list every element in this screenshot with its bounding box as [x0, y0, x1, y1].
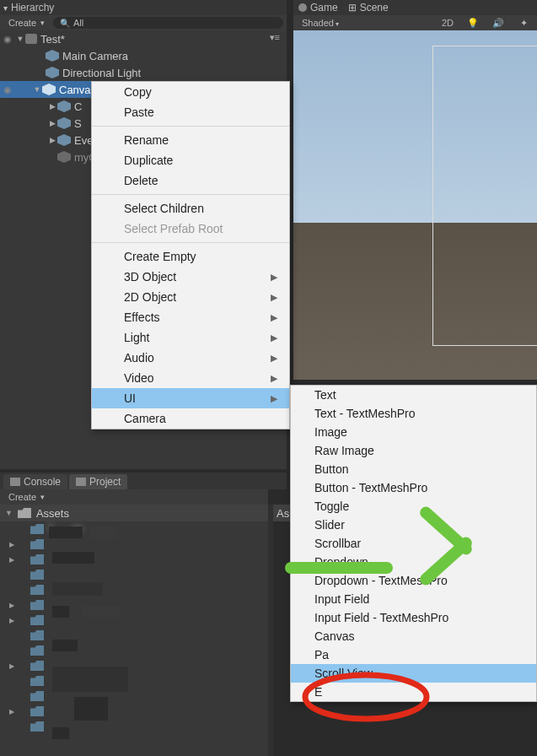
expand-icon[interactable]: ▼ — [32, 85, 42, 94]
menu-item-2d-object[interactable]: 2D Object▶ — [92, 287, 289, 307]
submenu-item-scrollbar[interactable]: Scrollbar — [291, 534, 536, 553]
chevron-right-icon: ▶ — [271, 393, 277, 404]
chevron-right-icon: ▶ — [271, 373, 277, 384]
menu-item-duplicate[interactable]: Duplicate — [92, 150, 289, 170]
visibility-icon[interactable]: ◉ — [0, 34, 15, 45]
visibility-icon[interactable]: ◉ — [0, 84, 15, 95]
submenu-item-toggle[interactable]: Toggle — [291, 497, 536, 516]
submenu-item-text-tmp[interactable]: Text - TextMeshPro — [291, 404, 536, 423]
expand-icon[interactable]: ▶ — [47, 119, 57, 127]
menu-item-camera[interactable]: Camera — [92, 408, 289, 429]
menu-item-select-children[interactable]: Select Children — [92, 198, 289, 219]
hierarchy-item-directional-light[interactable]: Directional Light — [0, 64, 287, 81]
chevron-right-icon: ▶ — [271, 332, 277, 343]
submenu-item-event-system[interactable]: E — [291, 683, 536, 701]
submenu-item-button-tmp[interactable]: Button - TextMeshPro — [291, 478, 536, 497]
gameobject-icon — [57, 151, 71, 163]
item-label: C — [74, 100, 82, 113]
split-handle[interactable] — [268, 505, 273, 756]
hierarchy-context-menu: Copy Paste Rename Duplicate Delete Selec… — [91, 81, 290, 429]
submenu-item-raw-image[interactable]: Raw Image — [291, 441, 536, 460]
chevron-right-icon: ▶ — [271, 353, 277, 364]
game-icon — [298, 3, 307, 12]
hierarchy-create-button[interactable]: Create — [3, 18, 50, 28]
submenu-item-text[interactable]: Text — [291, 386, 536, 404]
submenu-item-scroll-view[interactable]: Scroll View — [291, 664, 536, 683]
submenu-item-input-field-tmp[interactable]: Input Field - TextMeshPro — [291, 608, 536, 627]
hierarchy-toolbar: Create 🔍 All — [0, 15, 287, 30]
tab-project[interactable]: Project — [69, 474, 127, 489]
submenu-item-canvas[interactable]: Canvas — [291, 627, 536, 645]
menu-item-create-empty[interactable]: Create Empty — [92, 246, 289, 267]
menu-item-copy[interactable]: Copy — [92, 82, 289, 102]
menu-item-ui[interactable]: UI▶ — [92, 388, 289, 408]
expand-icon[interactable]: ▼ — [15, 35, 25, 43]
tab-game-label: Game — [310, 2, 338, 14]
scene-root-label: Test* — [40, 33, 65, 46]
expand-icon[interactable]: ▶ — [47, 102, 57, 111]
hierarchy-search-input[interactable]: 🔍 All — [53, 17, 283, 29]
project-create-button[interactable]: Create — [3, 492, 50, 502]
ui-submenu: Text Text - TextMeshPro Image Raw Image … — [290, 385, 537, 702]
menu-item-3d-object[interactable]: 3D Object▶ — [92, 267, 289, 287]
menu-item-delete[interactable]: Delete — [92, 170, 289, 191]
scene-tab-bar: Game ⊞ Scene — [293, 0, 537, 15]
pixelated-overlay — [40, 521, 192, 749]
search-placeholder: All — [73, 18, 83, 28]
2d-toggle-button[interactable]: 2D — [439, 18, 456, 28]
menu-item-rename[interactable]: Rename — [92, 130, 289, 150]
tab-console-label: Console — [24, 476, 61, 488]
project-toolbar: Create — [0, 489, 268, 505]
canvas-gizmo-rect[interactable] — [432, 46, 537, 346]
gameobject-icon — [46, 67, 59, 78]
lighting-toggle-button[interactable]: 💡 — [465, 18, 481, 29]
hierarchy-title: Hierarchy — [11, 2, 54, 14]
gameobject-icon — [42, 84, 56, 95]
chevron-right-icon: ▶ — [271, 292, 277, 303]
hierarchy-menu-icon[interactable]: ▾≡ — [270, 32, 280, 43]
menu-separator — [92, 194, 289, 195]
scene-icon — [25, 34, 37, 44]
search-icon: 🔍 — [60, 19, 70, 28]
menu-item-light[interactable]: Light▶ — [92, 327, 289, 348]
expand-icon[interactable]: ▶ — [47, 136, 57, 144]
bottom-tab-bar: Console Project — [0, 472, 287, 489]
menu-item-video[interactable]: Video▶ — [92, 368, 289, 388]
shading-mode-dropdown[interactable]: Shaded — [298, 18, 342, 28]
assets-right-label: As — [277, 507, 289, 520]
menu-item-effects[interactable]: Effects▶ — [92, 307, 289, 327]
assets-folder-header[interactable]: ▼ Assets — [0, 505, 268, 521]
submenu-item-image[interactable]: Image — [291, 423, 536, 441]
menu-item-audio[interactable]: Audio▶ — [92, 348, 289, 368]
menu-separator — [92, 242, 289, 243]
tab-scene[interactable]: ⊞ Scene — [348, 2, 389, 14]
assets-label: Assets — [36, 507, 69, 520]
chevron-down-icon: ▾ — [3, 3, 8, 13]
menu-item-paste[interactable]: Paste — [92, 102, 289, 122]
submenu-item-button[interactable]: Button — [291, 460, 536, 478]
scene-viewport[interactable] — [293, 30, 537, 380]
gameobject-icon — [57, 117, 71, 129]
audio-toggle-button[interactable]: 🔊 — [490, 18, 507, 29]
tab-game[interactable]: Game — [298, 2, 338, 14]
scene-icon: ⊞ — [348, 2, 357, 14]
gameobject-icon — [57, 134, 71, 146]
assets-tree[interactable]: T... ...de ▶ ▶ ▶ ▶ ▶ ▶ — [0, 521, 268, 756]
console-icon — [10, 478, 20, 486]
scene-root-row[interactable]: ◉ ▼ Test* — [0, 30, 287, 47]
submenu-item-dropdown[interactable]: Dropdown — [291, 553, 536, 571]
tab-scene-label: Scene — [360, 2, 389, 14]
hierarchy-item-main-camera[interactable]: Main Camera — [0, 47, 287, 64]
submenu-item-dropdown-tmp[interactable]: Dropdown - TextMeshPro — [291, 571, 536, 590]
fx-toggle-button[interactable]: ✦ — [515, 18, 532, 29]
tab-project-label: Project — [89, 476, 121, 488]
hierarchy-panel-header: ▾ Hierarchy — [0, 0, 287, 15]
submenu-item-panel[interactable]: Pa — [291, 645, 536, 664]
tab-console[interactable]: Console — [3, 474, 67, 489]
gameobject-icon — [57, 100, 71, 112]
item-label: Main Camera — [62, 50, 128, 62]
item-label: S — [74, 117, 82, 130]
submenu-item-input-field[interactable]: Input Field — [291, 590, 536, 608]
submenu-item-slider[interactable]: Slider — [291, 516, 536, 534]
chevron-right-icon: ▶ — [271, 272, 277, 283]
